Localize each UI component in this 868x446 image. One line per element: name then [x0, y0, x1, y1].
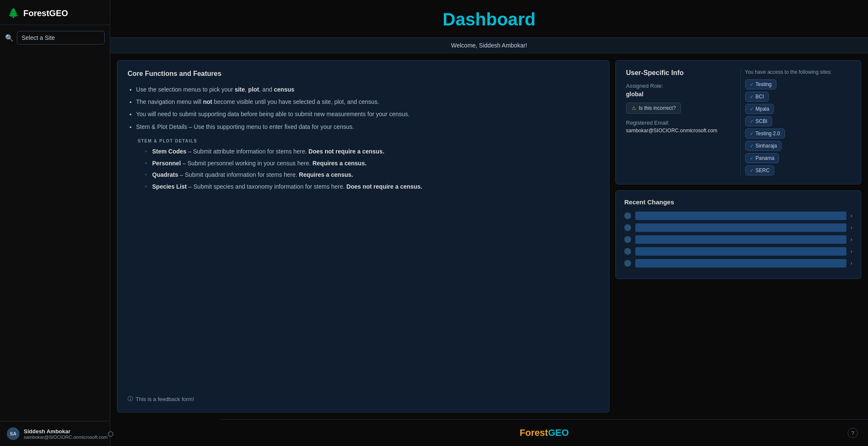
check-icon: ✓: [750, 82, 754, 87]
logo-area: 🌲 ForestGEO: [0, 0, 110, 25]
feedback-icon: ⓘ: [128, 395, 133, 403]
list-item: Stem Codes – Submit attribute informatio…: [145, 147, 599, 157]
change-dot: [624, 236, 631, 243]
search-icon: 🔍: [5, 34, 14, 42]
core-functions-panel: Core Functions and Features Use the sele…: [117, 60, 609, 413]
main-content: Dashboard Welcome, Siddesh Ambokar! Core…: [110, 0, 868, 446]
site-select-row: 🔍 Select a Site: [0, 25, 110, 50]
logout-icon[interactable]: ⬡: [108, 430, 114, 438]
change-row: ›: [624, 212, 852, 220]
list-item: Use the selection menus to pick your sit…: [136, 84, 599, 95]
right-panel: User-Specific Info Assigned Role: global…: [615, 60, 861, 413]
email-label: Registered Email:: [626, 120, 732, 126]
list-item: The navigation menu will not become visi…: [136, 97, 599, 107]
site-select[interactable]: Select a Site: [17, 31, 105, 45]
change-row: ›: [624, 259, 852, 268]
footer: ForestGEO ?: [220, 419, 868, 446]
list-item: Personnel – Submit personnel working in …: [145, 159, 599, 169]
change-dot: [624, 212, 631, 219]
logo-icon: 🌲: [8, 8, 19, 19]
check-icon: ✓: [750, 168, 754, 173]
site-badge-testing20[interactable]: ✓ Testing 2.0: [745, 128, 785, 139]
recent-changes-title: Recent Changes: [624, 198, 852, 206]
site-badge-sinharaja[interactable]: ✓ Sinharaja: [745, 141, 782, 151]
change-row: ›: [624, 247, 852, 256]
footer-logo-geo: GEO: [548, 427, 569, 438]
change-dot: [624, 248, 631, 255]
site-badge-scbi[interactable]: ✓ SCBI: [745, 116, 772, 126]
chevron-icon: ›: [851, 248, 852, 254]
chevron-icon: ›: [851, 260, 852, 266]
role-label: Assigned Role:: [626, 83, 732, 89]
feedback-text: This is a feedback form!: [136, 396, 194, 402]
help-button[interactable]: ?: [848, 428, 858, 438]
content-area: Core Functions and Features Use the sele…: [110, 53, 868, 419]
list-item: You will need to submit supporting data …: [136, 109, 599, 120]
warning-icon: ⚠: [632, 105, 636, 111]
change-bar: [635, 235, 846, 244]
site-badge-mpala[interactable]: ✓ Mpala: [745, 104, 774, 114]
footer-logo: ForestGEO: [520, 427, 569, 438]
avatar: SA: [7, 427, 19, 440]
change-bar: [635, 223, 846, 232]
incorrect-button[interactable]: ⚠ Is this incorrect?: [626, 103, 681, 114]
welcome-bar: Welcome, Siddesh Ambokar!: [110, 37, 868, 53]
core-functions-list: Use the selection menus to pick your sit…: [128, 84, 599, 194]
change-bar: [635, 259, 846, 268]
change-dot: [624, 260, 631, 267]
sidebar: 🌲 ForestGEO 🔍 Select a Site SA Siddesh A…: [0, 0, 110, 446]
sub-list: Stem Codes – Submit attribute informatio…: [136, 147, 599, 192]
site-badge-testing[interactable]: ✓ Testing: [745, 79, 776, 89]
user-specific-panel: User-Specific Info Assigned Role: global…: [615, 60, 861, 184]
role-value: global: [626, 91, 732, 98]
user-email: sambokar@SIOCIORC.onmicrosoft.com: [24, 435, 108, 440]
site-badge-serc[interactable]: ✓ SERC: [745, 165, 774, 176]
user-specific-title: User-Specific Info: [626, 69, 732, 77]
list-item: Quadrats – Submit quadrat information fo…: [145, 170, 599, 180]
chevron-icon: ›: [851, 213, 852, 219]
check-icon: ✓: [750, 131, 754, 137]
check-icon: ✓: [750, 106, 754, 112]
check-icon: ✓: [750, 143, 754, 149]
sites-header: You have access to the following sites:: [745, 69, 851, 75]
site-badge-bci[interactable]: ✓ BCI: [745, 92, 769, 102]
user-info-right: You have access to the following sites: …: [740, 69, 851, 176]
user-details: Siddesh Ambokar sambokar@SIOCIORC.onmicr…: [24, 428, 108, 440]
app-name: ForestGEO: [23, 8, 68, 18]
user-info-left: User-Specific Info Assigned Role: global…: [626, 69, 740, 176]
header: Dashboard: [110, 0, 868, 37]
footer-logo-f: Forest: [520, 427, 548, 438]
chevron-icon: ›: [851, 237, 852, 243]
user-name: Siddesh Ambokar: [24, 428, 108, 435]
check-icon: ✓: [750, 119, 754, 124]
site-badge-panama[interactable]: ✓ Panama: [745, 153, 779, 163]
email-value: sambokar@SIOCIORC.onmicrosoft.com: [626, 128, 732, 134]
feedback-link[interactable]: ⓘ This is a feedback form!: [128, 385, 599, 403]
sidebar-footer: SA Siddesh Ambokar sambokar@SIOCIORC.onm…: [0, 421, 110, 446]
sites-grid: ✓ Testing ✓ BCI ✓ Mpala ✓ SCBI ✓ Testing…: [745, 79, 851, 176]
change-row: ›: [624, 223, 852, 232]
recent-changes-panel: Recent Changes › › ›: [615, 190, 861, 279]
user-info: SA Siddesh Ambokar sambokar@SIOCIORC.onm…: [7, 427, 108, 440]
page-title: Dashboard: [110, 9, 868, 30]
change-bar: [635, 212, 846, 220]
list-item: Stem & Plot Details – Use this supportin…: [136, 122, 599, 132]
chevron-icon: ›: [851, 225, 852, 231]
change-row: ›: [624, 235, 852, 244]
list-item: Species List – Submit species and taxono…: [145, 182, 599, 192]
check-icon: ✓: [750, 94, 754, 100]
change-bar: [635, 247, 846, 256]
change-dot: [624, 224, 631, 231]
core-functions-title: Core Functions and Features: [128, 70, 599, 78]
check-icon: ✓: [750, 156, 754, 161]
incorrect-label: Is this incorrect?: [639, 105, 676, 111]
welcome-message: Welcome, Siddesh Ambokar!: [451, 42, 527, 49]
sub-section-label: STEM & PLOT DETAILS: [138, 137, 599, 145]
